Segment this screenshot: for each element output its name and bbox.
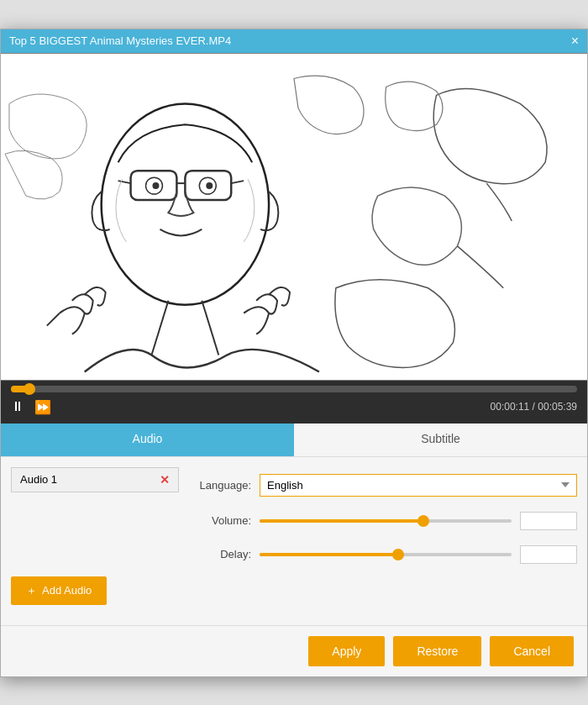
volume-track <box>260 519 512 523</box>
tabs-panel: Audio Subtitle <box>1 424 587 457</box>
video-frame <box>1 53 587 381</box>
tab-audio[interactable]: Audio <box>1 424 294 456</box>
pause-button[interactable]: ⏸ <box>11 399 24 414</box>
title-bar: Top 5 BIGGEST Animal Mysteries EVER.MP4 … <box>1 29 587 53</box>
volume-row: Volume: 100% <box>192 512 577 530</box>
language-row: Language: English French Spanish German … <box>192 474 577 497</box>
audio-item: Audio 1 ✕ <box>11 467 179 492</box>
restore-button[interactable]: Restore <box>393 636 481 666</box>
volume-input[interactable]: 100% <box>520 512 577 530</box>
add-audio-button[interactable]: ＋ Add Audio <box>11 576 107 605</box>
current-time: 00:00:11 <box>491 401 530 413</box>
progress-bar[interactable] <box>11 386 577 392</box>
svg-rect-0 <box>1 53 587 380</box>
svg-point-9 <box>152 182 159 189</box>
progress-knob[interactable] <box>24 383 35 395</box>
delay-input[interactable]: 5ms <box>520 545 577 564</box>
volume-knob[interactable] <box>417 515 429 527</box>
audio-item-label: Audio 1 <box>20 473 57 486</box>
window-title: Top 5 BIGGEST Animal Mysteries EVER.MP4 <box>9 34 231 47</box>
settings-panel: Language: English French Spanish German … <box>192 467 577 615</box>
content-area: Audio 1 ✕ ＋ Add Audio Language: English … <box>1 457 587 625</box>
volume-fill <box>260 519 423 523</box>
language-select[interactable]: English French Spanish German Japanese C… <box>260 474 577 497</box>
progress-fill <box>11 386 29 392</box>
video-player <box>1 53 587 381</box>
forward-button[interactable]: ⏩ <box>34 399 51 415</box>
language-label: Language: <box>192 479 251 492</box>
delay-slider-container[interactable] <box>260 549 512 560</box>
volume-slider-container[interactable] <box>260 515 512 527</box>
delay-label: Delay: <box>192 548 251 560</box>
footer: Apply Restore Cancel <box>1 625 587 676</box>
delay-row: Delay: 5ms <box>192 545 577 564</box>
close-button[interactable]: × <box>571 34 579 48</box>
total-time: 00:05:39 <box>538 401 577 413</box>
main-window: Top 5 BIGGEST Animal Mysteries EVER.MP4 … <box>0 29 588 677</box>
plus-icon: ＋ <box>26 583 37 598</box>
add-audio-label: Add Audio <box>42 584 92 597</box>
delay-fill <box>260 553 398 556</box>
audio-remove-button[interactable]: ✕ <box>160 473 170 487</box>
player-controls: ⏸ ⏩ 00:00:11 / 00:05:39 <box>1 381 587 424</box>
delay-track <box>260 553 512 556</box>
svg-point-10 <box>206 182 213 189</box>
cancel-button[interactable]: Cancel <box>490 636 574 666</box>
tab-subtitle[interactable]: Subtitle <box>294 424 587 456</box>
time-display: 00:00:11 / 00:05:39 <box>491 401 577 413</box>
audio-list-panel: Audio 1 ✕ ＋ Add Audio <box>11 467 179 615</box>
volume-label: Volume: <box>192 514 251 527</box>
apply-button[interactable]: Apply <box>308 636 385 666</box>
delay-knob[interactable] <box>392 549 404 560</box>
